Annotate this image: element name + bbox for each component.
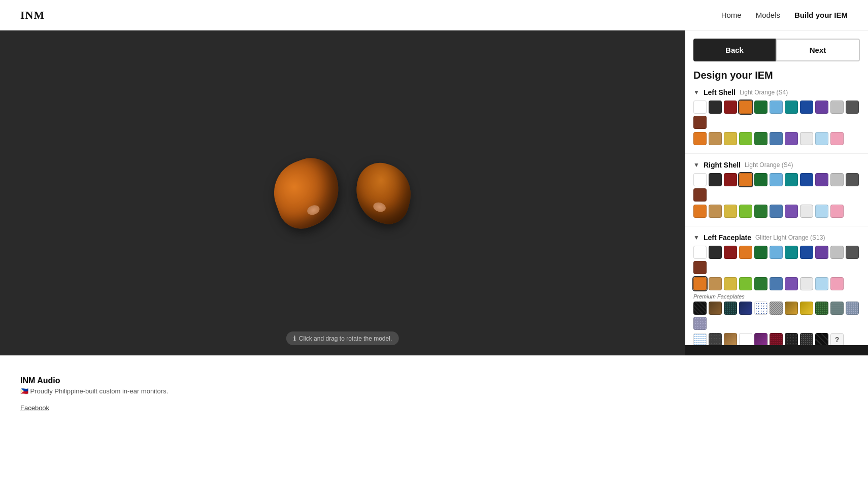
color-swatch[interactable] — [739, 132, 752, 145]
color-swatch[interactable] — [815, 101, 828, 114]
color-swatch[interactable] — [754, 205, 767, 218]
premium-swatch[interactable] — [693, 333, 707, 345]
color-swatch[interactable] — [754, 173, 767, 186]
premium-swatch[interactable] — [709, 333, 722, 345]
right-shell-header[interactable]: ▼ Right Shell Light Orange (S4) — [693, 161, 860, 169]
premium-swatch[interactable] — [785, 333, 798, 345]
color-swatch[interactable] — [830, 173, 844, 186]
color-swatch[interactable] — [785, 132, 798, 145]
color-swatch[interactable] — [709, 101, 722, 114]
color-swatch[interactable] — [724, 132, 737, 145]
nav-models[interactable]: Models — [756, 11, 780, 19]
nav-build[interactable]: Build your IEM — [794, 11, 848, 19]
color-swatch[interactable] — [815, 205, 828, 218]
color-swatch[interactable] — [830, 205, 844, 218]
premium-swatch[interactable] — [800, 333, 813, 345]
color-swatch[interactable] — [846, 173, 859, 186]
color-swatch-selected[interactable] — [739, 101, 752, 114]
color-swatch[interactable] — [770, 205, 783, 218]
premium-swatch[interactable] — [739, 333, 752, 345]
premium-swatch[interactable] — [754, 333, 767, 345]
color-swatch[interactable] — [785, 101, 798, 114]
color-swatch[interactable] — [770, 246, 783, 259]
premium-swatch[interactable] — [709, 302, 722, 315]
premium-swatch[interactable] — [846, 302, 859, 315]
color-swatch[interactable] — [800, 101, 813, 114]
color-swatch[interactable] — [709, 246, 722, 259]
next-button[interactable]: Next — [776, 39, 860, 61]
color-swatch[interactable] — [800, 205, 813, 218]
color-swatch[interactable] — [739, 277, 752, 290]
color-swatch[interactable] — [800, 246, 813, 259]
color-swatch[interactable] — [846, 101, 859, 114]
premium-swatch[interactable] — [785, 302, 798, 315]
color-swatch[interactable] — [800, 132, 813, 145]
color-swatch[interactable] — [800, 277, 813, 290]
premium-swatch[interactable] — [693, 302, 707, 315]
premium-swatch[interactable] — [815, 302, 828, 315]
color-swatch[interactable] — [693, 261, 707, 274]
color-swatch[interactable] — [770, 101, 783, 114]
color-swatch[interactable] — [693, 246, 707, 259]
color-swatch[interactable] — [754, 132, 767, 145]
premium-swatch[interactable] — [724, 333, 737, 345]
premium-swatch[interactable] — [739, 302, 752, 315]
right-shell-title: Right Shell — [704, 161, 741, 169]
color-swatch[interactable] — [693, 173, 707, 186]
color-swatch[interactable] — [709, 205, 722, 218]
color-swatch[interactable] — [754, 246, 767, 259]
color-swatch[interactable] — [830, 246, 844, 259]
color-swatch[interactable] — [709, 277, 722, 290]
left-faceplate-header[interactable]: ▼ Left Faceplate Glitter Light Orange (S… — [693, 234, 860, 242]
color-swatch[interactable] — [693, 116, 707, 129]
color-swatch[interactable] — [693, 132, 707, 145]
color-swatch-selected[interactable] — [693, 277, 707, 290]
color-swatch[interactable] — [770, 277, 783, 290]
color-swatch[interactable] — [815, 132, 828, 145]
3d-viewer[interactable]: ℹ Click and drag to rotate the model. — [0, 30, 685, 355]
color-swatch[interactable] — [830, 101, 844, 114]
color-swatch[interactable] — [815, 277, 828, 290]
color-swatch[interactable] — [724, 277, 737, 290]
color-swatch[interactable] — [709, 132, 722, 145]
color-swatch[interactable] — [754, 101, 767, 114]
premium-swatch[interactable] — [770, 333, 783, 345]
color-swatch[interactable] — [724, 205, 737, 218]
color-swatch[interactable] — [709, 173, 722, 186]
color-swatch[interactable] — [830, 132, 844, 145]
premium-swatch-more[interactable]: ? — [830, 333, 844, 345]
color-swatch[interactable] — [815, 173, 828, 186]
premium-swatch[interactable] — [800, 302, 813, 315]
premium-swatch[interactable] — [770, 302, 783, 315]
premium-swatch[interactable] — [693, 317, 707, 330]
color-swatch[interactable] — [693, 101, 707, 114]
color-swatch[interactable] — [739, 246, 752, 259]
color-swatch[interactable] — [693, 188, 707, 202]
color-swatch[interactable] — [693, 205, 707, 218]
right-shell-section: ▼ Right Shell Light Orange (S4) — [685, 156, 868, 224]
color-swatch[interactable] — [846, 246, 859, 259]
color-swatch[interactable] — [770, 173, 783, 186]
color-swatch[interactable] — [739, 205, 752, 218]
color-swatch-selected[interactable] — [739, 173, 752, 186]
color-swatch[interactable] — [724, 101, 737, 114]
color-swatch[interactable] — [800, 173, 813, 186]
premium-swatch[interactable] — [754, 302, 767, 315]
color-swatch[interactable] — [754, 277, 767, 290]
color-swatch[interactable] — [785, 205, 798, 218]
footer-facebook-link[interactable]: Facebook — [20, 404, 49, 412]
left-shell-header[interactable]: ▼ Left Shell Light Orange (S4) — [693, 88, 860, 96]
color-swatch[interactable] — [724, 173, 737, 186]
back-button[interactable]: Back — [693, 39, 776, 61]
color-swatch[interactable] — [785, 246, 798, 259]
nav-home[interactable]: Home — [721, 11, 742, 19]
color-swatch[interactable] — [785, 173, 798, 186]
color-swatch[interactable] — [785, 277, 798, 290]
premium-swatch[interactable] — [724, 302, 737, 315]
premium-swatch[interactable] — [815, 333, 828, 345]
color-swatch[interactable] — [830, 277, 844, 290]
premium-swatch[interactable] — [830, 302, 844, 315]
color-swatch[interactable] — [770, 132, 783, 145]
color-swatch[interactable] — [724, 246, 737, 259]
color-swatch[interactable] — [815, 246, 828, 259]
